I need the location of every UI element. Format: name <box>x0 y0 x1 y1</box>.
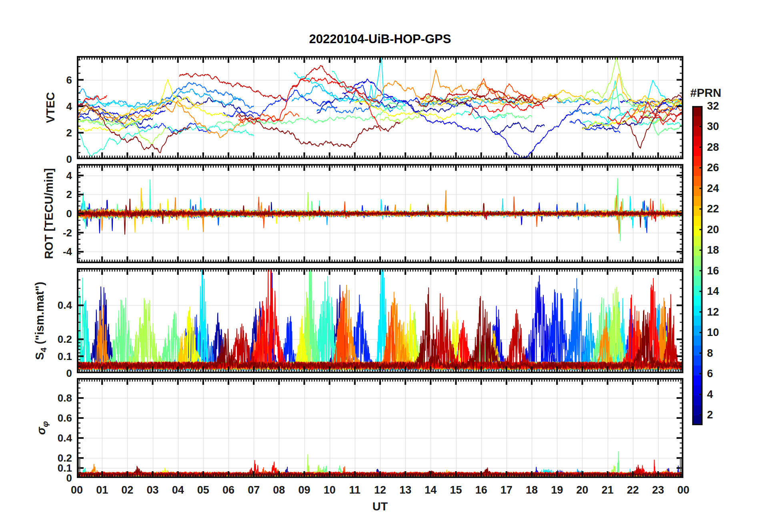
x-tick-label: 23 <box>652 485 664 496</box>
colorbar-tick-label: 28 <box>707 142 719 153</box>
colorbar-tick-label: 20 <box>707 224 719 235</box>
sigma-y-tick-label: 0.4 <box>28 433 72 443</box>
sigma-plot-canvas <box>77 378 683 478</box>
x-tick-label: 13 <box>399 485 411 496</box>
s4-y-tick-label: 0 <box>28 368 72 378</box>
x-tick-label: 00 <box>71 485 83 496</box>
vtec-y-tick-label: 4 <box>28 101 72 112</box>
rot-y-tick-label: 2 <box>28 189 72 200</box>
vtec-plot-canvas <box>77 56 683 159</box>
sigma-y-tick-label: 0.6 <box>28 413 72 423</box>
x-tick-label: 02 <box>121 485 133 496</box>
colorbar-tick-label: 10 <box>707 327 719 338</box>
rot-y-tick-label: 4 <box>28 170 72 181</box>
x-tick-label: 17 <box>501 485 513 496</box>
s4-y-tick-label: 0.2 <box>28 334 72 344</box>
colorbar-tick-label: 8 <box>707 348 713 359</box>
colorbar-tick-label: 32 <box>707 101 719 112</box>
x-tick-label: 20 <box>576 485 588 496</box>
rot-y-tick-label: -4 <box>28 246 72 257</box>
sigma-y-tick-label: 0.8 <box>28 393 72 403</box>
x-tick-label: 05 <box>197 485 209 496</box>
rot-plot-canvas <box>77 164 683 263</box>
rot-y-tick-label: -2 <box>28 228 72 238</box>
vtec-y-tick-label: 6 <box>28 75 72 85</box>
gps-ionosphere-figure: 20220104-UiB-HOP-GPS VTEC0246ROT [TECU/m… <box>0 0 761 532</box>
x-axis-label: UT <box>372 500 388 513</box>
s4-y-tick-label: 0.1 <box>28 351 72 362</box>
x-tick-label: 10 <box>324 485 336 496</box>
colorbar-tick-label: 2 <box>707 410 713 420</box>
x-tick-label: 15 <box>450 485 462 496</box>
chart-title: 20220104-UiB-HOP-GPS <box>309 32 451 46</box>
x-tick-label: 01 <box>96 485 108 496</box>
sigma-y-tick-label: 0.1 <box>28 463 72 473</box>
sigma-y-tick-label: 0 <box>28 473 72 483</box>
x-tick-label: 14 <box>425 485 437 496</box>
x-tick-label: 16 <box>475 485 487 496</box>
colorbar-tick-label: 16 <box>707 266 719 276</box>
prn-colorbar <box>692 106 703 425</box>
rot-y-tick-label: 0 <box>28 208 72 219</box>
s4-y-tick-label: 0.4 <box>28 300 72 310</box>
colorbar-tick-label: 24 <box>707 183 719 194</box>
colorbar-tick-label: 30 <box>707 121 719 132</box>
x-tick-label: 19 <box>551 485 563 496</box>
x-tick-label: 07 <box>248 485 260 496</box>
s4-y-axis-label: S4 ("ism.mat") <box>33 282 48 360</box>
sigma-y-tick-label: 0.2 <box>28 453 72 463</box>
x-tick-label: 21 <box>601 485 613 496</box>
x-tick-label: 22 <box>627 485 639 496</box>
colorbar-tick-label: 22 <box>707 204 719 214</box>
colorbar-tick-label: 12 <box>707 307 719 318</box>
x-tick-label: 18 <box>526 485 538 496</box>
colorbar-tick-label: 6 <box>707 368 713 379</box>
colorbar-tick-label: 18 <box>707 245 719 256</box>
x-tick-label: 12 <box>374 485 386 496</box>
colorbar-tick-label: 26 <box>707 162 719 173</box>
x-tick-label: 06 <box>222 485 234 496</box>
x-tick-label: 03 <box>146 485 158 496</box>
vtec-y-tick-label: 0 <box>28 154 72 164</box>
x-tick-label: 08 <box>273 485 285 496</box>
s4-plot-canvas <box>77 268 683 373</box>
vtec-y-tick-label: 2 <box>28 128 72 138</box>
x-tick-label: 09 <box>298 485 310 496</box>
colorbar-title: #PRN <box>690 86 721 100</box>
x-tick-label: 04 <box>172 485 184 496</box>
colorbar-tick-label: 14 <box>707 286 719 297</box>
x-tick-label: 11 <box>349 485 361 496</box>
x-tick-label: 00 <box>677 485 689 496</box>
colorbar-tick-label: 4 <box>707 389 713 400</box>
